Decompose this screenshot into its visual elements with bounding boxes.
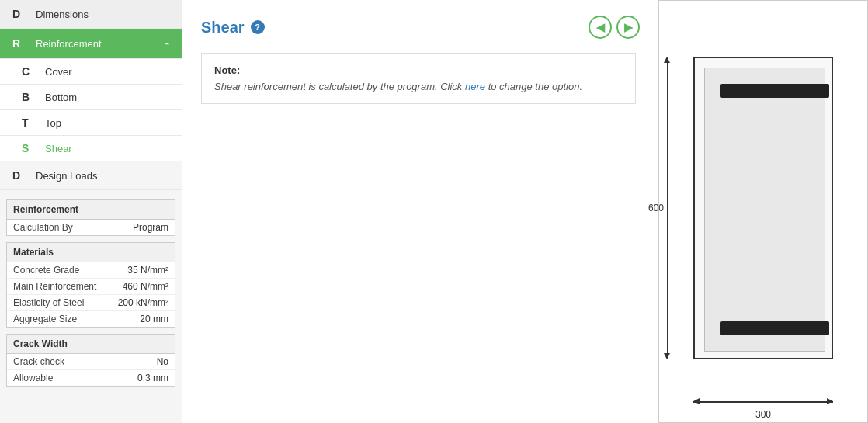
main-reinforcement-value: 460 N/mm² xyxy=(123,281,168,292)
dim-bottom-line xyxy=(693,401,833,403)
materials-props-panel: Materials Concrete Grade 35 N/mm² Main R… xyxy=(6,242,175,328)
aggregate-row: Aggregate Size 20 mm xyxy=(7,311,175,327)
dim-left-arrow-top xyxy=(664,57,670,63)
concrete-grade-value: 35 N/mm² xyxy=(127,265,168,276)
elasticity-label: Elasticity of Steel xyxy=(13,297,84,308)
sidebar-item-top[interactable]: T Top xyxy=(0,110,182,136)
aggregate-value: 20 mm xyxy=(140,314,168,324)
reinforcement-calc-label: Calculation By xyxy=(13,222,73,233)
diagram-panel: 600 300 xyxy=(658,0,868,423)
reinforcement-calc-value: Program xyxy=(133,222,168,233)
note-text-after: to change the option. xyxy=(485,81,582,92)
sidebar-item-reinforcement[interactable]: R Reinforcement - xyxy=(0,29,182,59)
sidebar: D Dimensions R Reinforcement - C Cover B… xyxy=(0,0,182,423)
crack-props-panel: Crack Width Crack check No Allowable 0.3… xyxy=(6,334,175,387)
nav-label-design-loads: Design Loads xyxy=(36,170,98,182)
nav-label-reinforcement: Reinforcement xyxy=(36,38,102,50)
concrete-grade-row: Concrete Grade 35 N/mm² xyxy=(7,262,175,279)
sub-label-bottom: Bottom xyxy=(45,92,77,103)
sub-label-top: Top xyxy=(45,117,61,129)
dim-left-arrow-bottom xyxy=(664,353,670,359)
sub-letter-s: S xyxy=(22,142,37,154)
elasticity-row: Elasticity of Steel 200 kN/mm² xyxy=(7,295,175,311)
nav-letter-r: R xyxy=(12,37,28,50)
dim-bottom-arrow-right xyxy=(827,398,833,404)
page-title: Shear xyxy=(201,19,245,36)
materials-props-header: Materials xyxy=(7,243,175,262)
sub-label-cover: Cover xyxy=(45,66,72,78)
note-box: Note: Shear reinforcement is calculated … xyxy=(201,53,636,104)
prev-arrow-button[interactable]: ◀ xyxy=(589,16,612,39)
crack-check-label: Crack check xyxy=(13,356,64,367)
nav-letter-d: D xyxy=(12,8,28,20)
reinforcement-props-panel: Reinforcement Calculation By Program xyxy=(6,199,175,236)
dim-width-label: 300 xyxy=(755,409,771,420)
rebar-bottom xyxy=(720,321,829,335)
sub-letter-b: B xyxy=(22,91,37,103)
allowable-value: 0.3 mm xyxy=(137,373,168,383)
main-title-area: Shear ? xyxy=(201,19,265,36)
dim-bottom-arrow-left xyxy=(693,398,700,404)
nav-label-dimensions: Dimensions xyxy=(36,9,89,20)
main-content: Shear ? ◀ ▶ Note: Shear reinforcement is… xyxy=(182,0,658,423)
main-header: Shear ? ◀ ▶ xyxy=(201,16,640,39)
help-icon[interactable]: ? xyxy=(251,20,265,34)
dim-height-label: 600 xyxy=(648,203,664,213)
crack-check-row: Crack check No xyxy=(7,354,175,370)
reinforcement-calc-row: Calculation By Program xyxy=(7,220,175,235)
allowable-row: Allowable 0.3 mm xyxy=(7,370,175,386)
sidebar-item-cover[interactable]: C Cover xyxy=(0,59,182,85)
crack-check-value: No xyxy=(157,356,168,367)
note-text-before: Shear reinforcement is calculated by the… xyxy=(214,81,465,92)
allowable-label: Allowable xyxy=(13,373,53,383)
note-link[interactable]: here xyxy=(465,81,485,92)
diagram-container: 600 300 xyxy=(674,22,852,402)
dim-left-line xyxy=(667,57,668,359)
reinforcement-props-header: Reinforcement xyxy=(7,200,175,220)
nav-letter-dl: D xyxy=(12,169,28,182)
sidebar-item-dimensions[interactable]: D Dimensions xyxy=(0,0,182,29)
outer-rect xyxy=(693,57,833,359)
sidebar-item-bottom[interactable]: B Bottom xyxy=(0,85,182,110)
sidebar-item-design-loads[interactable]: D Design Loads xyxy=(0,161,182,190)
inner-rect xyxy=(704,68,825,352)
next-arrow-button[interactable]: ▶ xyxy=(616,16,640,39)
elasticity-value: 200 kN/mm² xyxy=(118,297,168,308)
main-reinforcement-row: Main Reinforcement 460 N/mm² xyxy=(7,279,175,295)
aggregate-label: Aggregate Size xyxy=(13,314,77,324)
sub-label-shear: Shear xyxy=(45,143,72,154)
nav-collapse-icon[interactable]: - xyxy=(165,36,169,50)
concrete-grade-label: Concrete Grade xyxy=(13,265,79,276)
main-reinforcement-label: Main Reinforcement xyxy=(13,281,96,292)
crack-props-header: Crack Width xyxy=(7,335,175,354)
sidebar-item-shear[interactable]: S Shear xyxy=(0,136,182,161)
sub-letter-t: T xyxy=(22,116,37,129)
note-title: Note: xyxy=(214,64,623,76)
nav-arrows: ◀ ▶ xyxy=(589,16,640,39)
note-text: Shear reinforcement is calculated by the… xyxy=(214,81,623,92)
sub-letter-c: C xyxy=(22,65,37,78)
cross-section: 600 300 xyxy=(693,57,833,367)
rebar-top xyxy=(720,84,829,98)
